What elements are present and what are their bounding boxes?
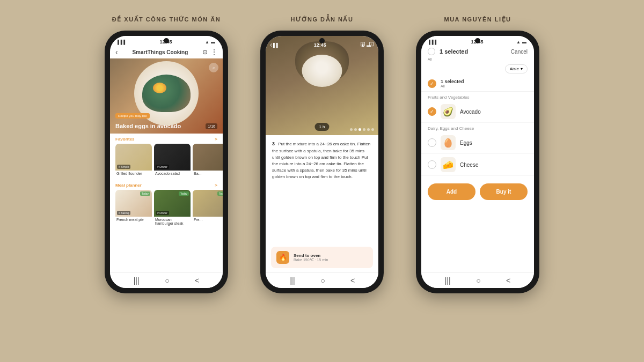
all-checked-checkbox[interactable]: ✓	[428, 79, 436, 88]
back-button-1[interactable]: ‹	[115, 48, 118, 56]
list-item[interactable]: Today # Baking French meat pie	[115, 190, 152, 226]
all-selected-wrapper: 1 selected All	[441, 79, 464, 88]
eggs-checkbox[interactable]	[428, 138, 436, 147]
battery-icon-2: ▬	[367, 43, 371, 48]
nav-home-icon[interactable]: ○	[165, 276, 169, 285]
battery-icon-3: ▬	[522, 40, 526, 45]
action-buttons: Add Buy it	[421, 178, 534, 205]
hero-food	[142, 75, 191, 112]
signal-bars: ▌▌▌	[118, 40, 127, 45]
recipe-counter: 1/16	[206, 123, 217, 129]
avocado-name: Avocado	[460, 109, 481, 115]
status-icons-3: ▲ ▬	[516, 40, 526, 45]
select-all-checkbox[interactable]	[428, 48, 435, 55]
app-title-1: SmartThings Cooking	[132, 49, 188, 55]
phone-frame-1: ▌▌▌ 12:45 ▲ ▬ ‹ SmartThings Cooking ⊙	[105, 31, 228, 293]
search-icon-1[interactable]: ⌕	[209, 63, 218, 72]
hero-dough	[302, 55, 342, 87]
nav-home-icon-3[interactable]: ○	[476, 276, 480, 285]
card-name: French meat pie	[115, 217, 152, 223]
step-content: 3 Put the mixture into a 24~26 cm cake t…	[266, 135, 378, 247]
card-tag: # Simple	[117, 165, 130, 169]
nav-back-icon-2[interactable]: <	[350, 276, 355, 285]
time-2: 12:45	[314, 42, 326, 48]
all-selected-count: 1 selected	[441, 79, 464, 84]
bottom-nav-1: ||| ○ <	[110, 272, 223, 288]
send-to-oven-banner[interactable]: 🔥 Send to oven Bake 190℃ · 15 min	[271, 247, 373, 268]
card-image: # Dinner	[154, 144, 191, 171]
nav-menu-icon-3[interactable]: |||	[445, 276, 451, 285]
meal-planner-header: Meal planner >	[110, 180, 223, 190]
step-number: 3	[272, 141, 275, 146]
card-image	[193, 144, 223, 171]
card-name: Grilled flounder	[115, 171, 152, 176]
phone-section-2: HƯỚNG DẪN NẤU ▌▌ 12:45 ▲ ▬	[260, 16, 384, 293]
favorites-label: Favorites	[115, 137, 135, 142]
dot	[371, 128, 374, 131]
app-header-1: ‹ SmartThings Cooking ⊙ ⋮	[110, 46, 223, 58]
hero-image-1: ⌕ Recipe you may like Baked eggs in avoc…	[110, 58, 223, 134]
nav-menu-icon[interactable]: |||	[134, 276, 140, 285]
aisle-button[interactable]: Aisle ▾	[505, 64, 528, 73]
buy-button[interactable]: Buy it	[480, 183, 528, 200]
list-item[interactable]: # Dinner Avocado salad	[154, 144, 191, 176]
card-name: Avocado salad	[154, 171, 191, 176]
nav-back-icon-3[interactable]: <	[506, 276, 510, 285]
favorites-header: Favorites >	[110, 134, 223, 144]
camera-notch-3	[475, 38, 480, 43]
aisle-filter: Aisle ▾	[421, 62, 534, 76]
cart-icon[interactable]: ⊙	[202, 48, 208, 56]
today-badge: Today	[179, 191, 189, 196]
hero-image-2: ‹ ⊞ ⊡ 1 h	[266, 36, 378, 135]
oven-icon: 🔥	[276, 251, 289, 264]
card-image: Today # Baking	[115, 190, 152, 217]
status-icons-2: ▲ ▬	[361, 43, 371, 48]
page-wrapper: ĐỀ XUẤT CÔNG THỨC MÓN ĂN ▌▌▌ 12:45 ▲ ▬	[0, 0, 644, 362]
today-badge: Today	[217, 191, 223, 196]
nav-home-icon-2[interactable]: ○	[320, 276, 325, 285]
nav-back-icon[interactable]: <	[195, 276, 199, 285]
oven-text-wrapper: Send to oven Bake 190℃ · 15 min	[294, 253, 328, 262]
bottom-nav-2: ||| ○ <	[266, 272, 378, 288]
chevron-down-icon: ▾	[521, 67, 523, 71]
status-icons-1: ▲ ▬	[205, 40, 215, 45]
cancel-button[interactable]: Cancel	[511, 49, 528, 55]
cheese-checkbox[interactable]	[428, 160, 436, 169]
meal-planner-more[interactable]: >	[215, 183, 217, 188]
list-item[interactable]: ✓ 🥑 Avocado	[421, 101, 534, 123]
list-item[interactable]: Today Fre...	[193, 190, 223, 226]
card-image: Today	[193, 190, 223, 217]
avocado-checkbox[interactable]: ✓	[428, 107, 436, 116]
list-item[interactable]: 🧀 Cheese	[421, 154, 534, 176]
cheese-name: Cheese	[460, 162, 478, 168]
nav-menu-icon-2[interactable]: |||	[289, 276, 295, 285]
menu-icon[interactable]: ⋮	[211, 48, 217, 56]
battery-icon: ▬	[211, 40, 215, 45]
eggs-emoji: 🥚	[441, 135, 456, 150]
bake-instructions: Bake 190℃ · 15 min	[294, 258, 328, 262]
phones-row: ĐỀ XUẤT CÔNG THỨC MÓN ĂN ▌▌▌ 12:45 ▲ ▬	[21, 16, 623, 293]
list-item[interactable]: Today # Dinner Moroccan hamburger steak	[154, 190, 191, 226]
wifi-icon: ▲	[205, 40, 209, 45]
wifi-icon-3: ▲	[516, 40, 521, 45]
category-dairy: Dairy, Eggs and Cheese	[421, 123, 534, 132]
list-item[interactable]: 🥚 Eggs	[421, 132, 534, 154]
timer-label: 1 h	[314, 123, 329, 131]
card-name: Fre...	[193, 217, 223, 223]
phone-screen-3: ▌▌▌ 12:45 ▲ ▬ 1 selected Cancel	[421, 36, 534, 288]
section-title-1: ĐỀ XUẤT CÔNG THỨC MÓN ĂN	[112, 16, 221, 23]
favorites-grid: # Simple Grilled flounder # Dinner Avoca…	[110, 144, 223, 176]
favorites-more[interactable]: >	[215, 137, 217, 142]
card-image: # Simple	[115, 144, 152, 171]
all-selected-row[interactable]: ✓ 1 selected All	[421, 76, 534, 92]
cheese-emoji: 🧀	[441, 157, 456, 172]
list-item[interactable]: Ba...	[193, 144, 223, 176]
phone-frame-3: ▌▌▌ 12:45 ▲ ▬ 1 selected Cancel	[416, 31, 539, 293]
today-badge: Today	[140, 191, 150, 196]
dot-active	[358, 128, 361, 131]
recipe-badge: Recipe you may like	[115, 113, 150, 119]
list-item[interactable]: # Simple Grilled flounder	[115, 144, 152, 176]
selection-header: 1 selected Cancel	[421, 46, 534, 57]
add-button[interactable]: Add	[428, 183, 475, 200]
dot	[350, 128, 353, 131]
